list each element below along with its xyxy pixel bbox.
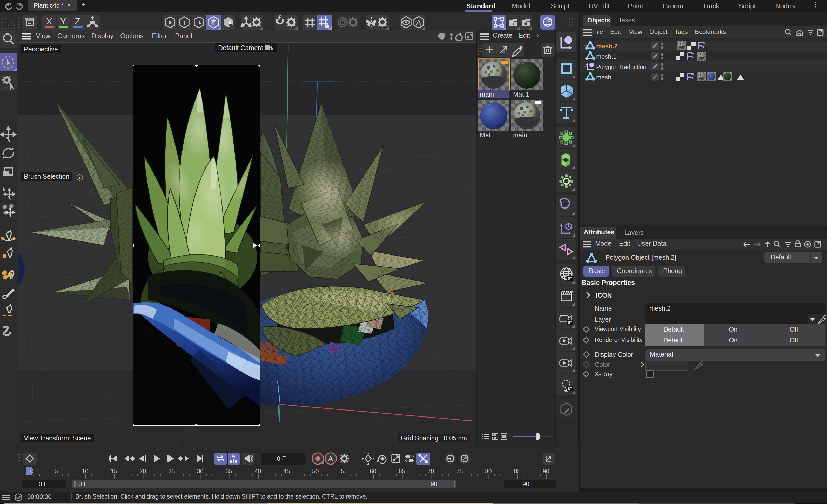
svg-text:mesh: mesh	[596, 74, 612, 81]
svg-text:Z: Z	[75, 16, 80, 26]
svg-text:50: 50	[312, 468, 319, 475]
svg-text:80: 80	[485, 468, 492, 475]
svg-text:55: 55	[341, 468, 348, 475]
svg-text:60: 60	[370, 468, 377, 475]
svg-text:70: 70	[427, 468, 434, 475]
svg-text:65: 65	[399, 468, 405, 475]
svg-text:15: 15	[111, 468, 117, 475]
svg-text:0: 0	[30, 468, 34, 475]
svg-text:30: 30	[197, 468, 204, 475]
svg-text:5: 5	[55, 468, 58, 475]
svg-text:main: main	[480, 91, 494, 98]
svg-text:10: 10	[82, 468, 89, 475]
svg-text:0 F: 0 F	[277, 455, 286, 462]
svg-text:85: 85	[514, 468, 521, 475]
svg-text:A: A	[328, 455, 333, 463]
svg-text:75: 75	[456, 468, 463, 475]
svg-text:Polygon Reduction: Polygon Reduction	[596, 64, 646, 70]
svg-text:mesh.2: mesh.2	[596, 43, 618, 50]
svg-text:90: 90	[543, 468, 549, 475]
svg-text:Mat.1: Mat.1	[513, 91, 529, 98]
svg-text:A: A	[416, 18, 421, 27]
svg-text:mesh.1: mesh.1	[596, 53, 617, 60]
svg-text:20: 20	[139, 468, 146, 475]
svg-text:A: A	[231, 452, 236, 459]
svg-text:X: X	[46, 16, 52, 26]
svg-text:45: 45	[283, 468, 290, 475]
svg-text:35: 35	[226, 468, 232, 475]
svg-text:main: main	[513, 132, 527, 139]
svg-text:25: 25	[168, 468, 175, 475]
svg-text:Y: Y	[60, 16, 66, 26]
svg-text:Mat: Mat	[480, 132, 491, 139]
svg-text:40: 40	[254, 468, 261, 475]
